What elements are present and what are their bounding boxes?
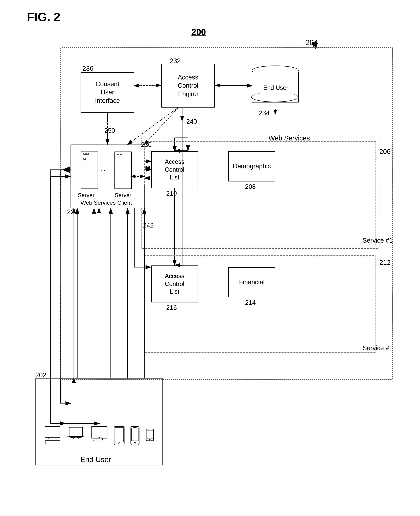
desktop-icon bbox=[43, 426, 62, 446]
label-208: 208 bbox=[245, 183, 256, 190]
label-234: 234 bbox=[259, 109, 270, 117]
label-210: 210 bbox=[166, 190, 177, 197]
svg-rect-71 bbox=[46, 439, 59, 440]
label-240: 240 bbox=[186, 118, 197, 125]
svg-rect-72 bbox=[45, 440, 60, 444]
acl2-box: AccessControlList bbox=[151, 265, 198, 302]
svg-point-81 bbox=[118, 443, 120, 444]
svg-rect-63 bbox=[117, 153, 119, 154]
label-202: 202 bbox=[35, 371, 46, 379]
acl2-label: AccessControlList bbox=[165, 272, 184, 296]
tablet-icon bbox=[113, 426, 125, 446]
eud-cylinder: End UserDefaults bbox=[252, 66, 299, 106]
svg-rect-83 bbox=[132, 428, 138, 441]
svg-text:Web Services Client: Web Services Client bbox=[81, 200, 132, 206]
svg-rect-75 bbox=[91, 426, 107, 438]
label-242: 242 bbox=[143, 222, 154, 229]
svg-rect-64 bbox=[120, 153, 122, 154]
svg-rect-79 bbox=[114, 426, 124, 445]
phone-icon bbox=[130, 426, 140, 446]
svg-point-84 bbox=[134, 442, 136, 444]
swsc-svg: . . . Server Server Web Services Client bbox=[71, 145, 145, 209]
figure-label: FIG. 2 bbox=[27, 10, 60, 24]
label-212: 212 bbox=[379, 259, 391, 266]
diagram-number: 200 bbox=[191, 27, 206, 37]
cui-box: ConsentUserInterface bbox=[81, 72, 134, 113]
demo-label: Demographic bbox=[233, 162, 271, 170]
svg-rect-50 bbox=[81, 152, 98, 189]
svg-rect-87 bbox=[147, 430, 153, 439]
eu-devices bbox=[36, 378, 162, 449]
svg-rect-57 bbox=[84, 158, 86, 160]
label-230: 230 bbox=[141, 141, 152, 148]
label-232: 232 bbox=[170, 57, 181, 65]
label-250: 250 bbox=[105, 127, 115, 134]
acl1-label: AccessControlList bbox=[165, 158, 184, 181]
financial-box: Financial bbox=[228, 267, 275, 297]
svg-rect-82 bbox=[131, 426, 139, 445]
label-214: 214 bbox=[245, 299, 256, 306]
svg-rect-58 bbox=[115, 152, 131, 189]
label-206: 206 bbox=[379, 148, 391, 155]
svg-rect-86 bbox=[146, 429, 154, 441]
svg-rect-56 bbox=[86, 153, 89, 154]
label-216: 216 bbox=[166, 304, 177, 311]
svg-rect-73 bbox=[69, 427, 82, 437]
svg-rect-85 bbox=[133, 427, 137, 428]
cui-label: ConsentUserInterface bbox=[95, 80, 120, 105]
svg-text:Server: Server bbox=[78, 192, 95, 198]
label-236: 236 bbox=[82, 65, 93, 72]
monitor-icon bbox=[90, 426, 108, 446]
demo-box: Demographic bbox=[228, 151, 275, 181]
svg-text:Server: Server bbox=[115, 192, 131, 198]
svg-point-88 bbox=[150, 439, 150, 440]
swsc-box: . . . Server Server Web Services Client bbox=[70, 145, 144, 208]
svg-point-78 bbox=[98, 437, 100, 438]
laptop-icon bbox=[67, 426, 85, 446]
label-204: 204 bbox=[306, 38, 318, 47]
ace-label: AccessControlEngine bbox=[178, 73, 198, 98]
small-device-icon bbox=[145, 426, 155, 446]
svg-rect-77 bbox=[93, 440, 105, 441]
servicen-label: Service #n bbox=[363, 345, 393, 352]
service1-label: Service #1 bbox=[363, 237, 393, 244]
enduser-box bbox=[35, 378, 163, 465]
svg-rect-69 bbox=[45, 426, 60, 437]
financial-label: Financial bbox=[239, 278, 264, 286]
svg-point-74 bbox=[73, 437, 78, 439]
svg-text:. . .: . . . bbox=[100, 166, 109, 172]
acl1-box: AccessControlList bbox=[151, 151, 198, 188]
label-220: 220 bbox=[67, 208, 78, 216]
cyl-bottom bbox=[251, 92, 298, 102]
svg-rect-80 bbox=[115, 428, 123, 442]
svg-rect-55 bbox=[84, 153, 86, 154]
enduser-label: End User bbox=[62, 455, 129, 464]
ace-box: AccessControlEngine bbox=[161, 64, 215, 108]
